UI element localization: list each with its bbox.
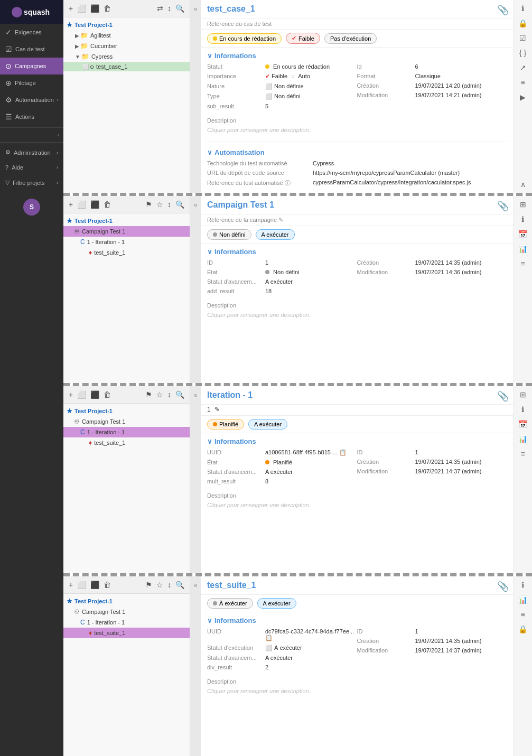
info-side-icon-4[interactable]: ℹ [521,581,524,589]
sidebar-item-administration[interactable]: ⚙ Administration › [0,145,63,160]
sidebar-item-filtre[interactable]: ▽ Filtre projets › [0,175,63,190]
tree-add-btn-3[interactable]: + [68,389,74,400]
tree-star-btn[interactable]: ☆ [155,199,164,210]
tree-node-agilitest[interactable]: ▶ 📁 Agilitest [63,30,190,41]
status-badge-planifie[interactable]: Planifié [207,419,244,430]
grid-side-icon[interactable]: ⊞ [520,200,526,209]
status-badge-redaction[interactable]: En cours de rédaction [207,33,282,44]
status-badge-a-executer-3[interactable]: A exécuter [248,419,287,430]
tree-node-test-case-1[interactable]: ⬜ ⊙ test_case_1 [63,62,190,71]
tree-add-btn-2[interactable]: + [68,199,74,210]
scroll-up-icon[interactable]: ∧ [520,180,526,189]
lock-side-icon[interactable]: 🔒 [518,19,527,27]
tree-paste-btn-2[interactable]: ⬛ [89,199,100,210]
attach-icon-3[interactable]: 📎 [497,390,509,402]
tree-delete-btn[interactable]: 🗑 [102,3,112,14]
status-badge-a-executer-suite2[interactable]: A exécuter [257,598,296,609]
status-badge-non-defini[interactable]: Non défini [207,229,251,240]
tree-project-root-2[interactable]: ★ Test Project-1 [63,216,190,226]
tree-sort-btn[interactable]: ↕ [166,3,172,14]
tree-project-root-3[interactable]: ★ Test Project-1 [63,406,190,416]
tree-star-btn-4[interactable]: ☆ [155,580,164,590]
tree-star-btn-3[interactable]: ☆ [155,389,164,400]
share-side-icon[interactable]: ↗ [520,63,526,72]
sidebar-item-automatisation[interactable]: ⚙ Automatisation › [0,91,63,108]
status-badge-a-executer[interactable]: A exécuter [256,229,295,240]
tree-sort-btn-3[interactable]: ↕ [166,389,172,400]
panel-collapse-arrow-3[interactable]: « [190,386,201,573]
tree-sort-btn-4[interactable]: ↕ [166,580,172,590]
status-badge-pas-execution[interactable]: Pas d'exécution [324,33,377,44]
tree-search-btn-4[interactable]: 🔍 [174,580,185,590]
tree-copy-btn-4[interactable]: ⬜ [76,580,87,590]
info-side-icon[interactable]: ℹ [521,4,524,13]
lock-side-icon-4[interactable]: 🔒 [518,625,527,633]
sidebar-item-aide[interactable]: ? Aide › [0,160,63,175]
sidebar-item-cas-de-test[interactable]: ☑ Cas de test [0,41,63,58]
collapse-icon[interactable]: ▼ [74,54,81,60]
tree-node-cucumber[interactable]: ▶ 📁 Cucumber [63,41,190,51]
tree-flag-btn[interactable]: ⚑ [144,199,153,210]
tree-paste-btn-4[interactable]: ⬛ [89,580,100,590]
sidebar-item-actions[interactable]: ☰ Actions [0,108,63,125]
list-side-icon-4[interactable]: ≡ [520,610,525,619]
tree-node-campaign-3[interactable]: ♾ Campaign Test 1 [63,416,190,427]
tree-import-btn[interactable]: ⇄ [156,3,164,14]
tree-node-iteration-4[interactable]: C 1 - Iteration - 1 [63,617,190,628]
tree-node-campaign[interactable]: ♾ Campaign Test 1 [63,226,190,237]
status-badge-a-executer-suite[interactable]: À exécuter [207,598,253,609]
braces-side-icon[interactable]: { } [519,49,526,57]
chart-side-icon[interactable]: 📊 [518,245,527,253]
desc-placeholder-2[interactable]: Cliquer pour renseigner une description. [207,310,507,320]
edit-icon-3[interactable]: ✎ [214,406,220,413]
tree-delete-btn-2[interactable]: 🗑 [102,199,112,210]
tree-add-btn-4[interactable]: + [68,580,74,590]
expand-icon[interactable]: ▶ [74,33,80,39]
panel-collapse-arrow-4[interactable]: « [190,576,201,756]
sidebar-item-exigences[interactable]: ✓ Exigences [0,24,63,41]
list-side-icon-2[interactable]: ≡ [520,259,525,268]
tree-paste-btn[interactable]: ⬛ [89,3,100,14]
tree-search-btn-2[interactable]: 🔍 [174,199,185,210]
tree-copy-btn-3[interactable]: ⬜ [76,389,87,400]
chart-side-icon-3[interactable]: 📊 [518,435,527,443]
attach-icon-1[interactable]: 📎 [497,4,509,16]
tree-paste-btn-3[interactable]: ⬛ [89,389,100,400]
chart-side-icon-4[interactable]: 📊 [518,595,527,604]
desc-placeholder-3[interactable]: Cliquer pour renseigner une description. [207,500,507,510]
calendar-side-icon[interactable]: 📅 [518,230,527,238]
attach-icon-2[interactable]: 📎 [497,200,509,212]
user-avatar[interactable]: S [23,199,40,216]
copy-icon-3[interactable]: 📋 [339,449,347,455]
desc-placeholder-4[interactable]: Cliquer pour renseigner une description. [207,686,507,696]
panel-collapse-arrow-2[interactable]: « [190,196,201,383]
tree-copy-btn-2[interactable]: ⬜ [76,199,87,210]
tree-node-suite-2[interactable]: ♦ test_suite_1 [63,247,190,258]
sidebar-collapse-btn[interactable]: ‹ [0,130,63,140]
tree-node-suite-3[interactable]: ♦ test_suite_1 [63,437,190,448]
grid-side-icon-3[interactable]: ⊞ [520,390,526,399]
sidebar-item-pilotage[interactable]: ⊕ Pilotage [0,74,63,91]
info-side-icon-2[interactable]: ℹ [521,215,524,223]
list-side-icon[interactable]: ≡ [520,78,525,87]
check-side-icon[interactable]: ☑ [519,34,526,42]
tree-node-iteration-3[interactable]: C 1 - Iteration - 1 [63,427,190,437]
tree-node-cypress[interactable]: ▼ 📁 Cypress [63,51,190,62]
tree-project-root[interactable]: ★ Test Project-1 [63,20,190,30]
attach-icon-4[interactable]: 📎 [497,581,509,592]
tree-node-iteration[interactable]: C 1 - Iteration - 1 [63,237,190,247]
tree-copy-btn[interactable]: ⬜ [76,3,87,14]
tree-project-root-4[interactable]: ★ Test Project-1 [63,596,190,606]
tree-add-btn[interactable]: + [68,3,74,14]
edit-icon[interactable]: ✎ [278,217,283,223]
tree-node-campaign-4[interactable]: ♾ Campaign Test 1 [63,606,190,617]
tree-delete-btn-3[interactable]: 🗑 [102,389,112,400]
list-side-icon-3[interactable]: ≡ [520,450,525,458]
tree-search-btn[interactable]: 🔍 [174,3,185,14]
calendar-side-icon-3[interactable]: 📅 [518,420,527,428]
tree-delete-btn-4[interactable]: 🗑 [102,580,112,590]
play-side-icon[interactable]: ▶ [520,93,526,101]
copy-icon-4[interactable]: 📋 [265,634,273,641]
tree-flag-btn-4[interactable]: ⚑ [144,580,153,590]
tree-sort-btn-2[interactable]: ↕ [166,199,172,210]
